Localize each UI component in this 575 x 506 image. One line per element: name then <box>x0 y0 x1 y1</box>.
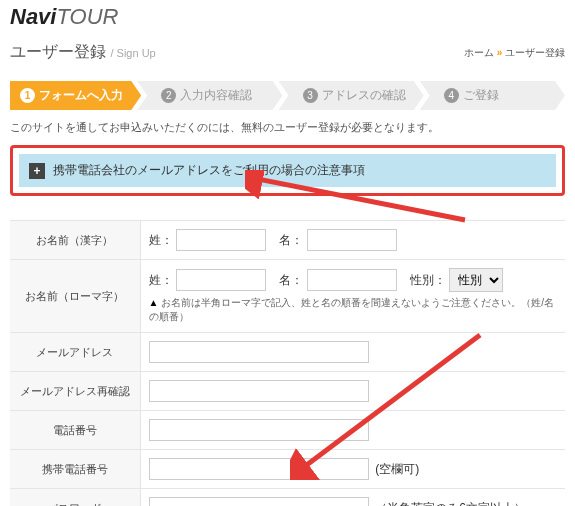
page-title-main: ユーザー登録 <box>10 43 106 60</box>
step-2-num: 2 <box>161 88 176 103</box>
breadcrumb: ホーム » ユーザー登録 <box>464 46 565 60</box>
logo-part2: TOUR <box>56 4 118 29</box>
sei-kanji-input[interactable] <box>176 229 266 251</box>
roma-hint-text: お名前は半角ローマ字で記入、姓と名の順番を間違えないようご注意ください。（姓/名… <box>149 297 554 322</box>
steps: 1フォームへ入力 2入力内容確認 3アドレスの確認 4ご登録 <box>10 81 565 110</box>
mobile-hint: (空欄可) <box>375 462 419 476</box>
label-name-roma: お名前（ローマ字） <box>10 260 140 333</box>
gender-label: 性別： <box>410 273 446 287</box>
intro-text: このサイトを通してお申込みいただくのには、無料のユーザー登録が必要となります。 <box>10 120 565 135</box>
sei-roma-input[interactable] <box>176 269 266 291</box>
mei-roma-label: 名： <box>279 273 303 287</box>
email-confirm-input[interactable] <box>149 380 369 402</box>
email-input[interactable] <box>149 341 369 363</box>
mei-roma-input[interactable] <box>307 269 397 291</box>
page-title-sub: / Sign Up <box>110 47 155 59</box>
step-2: 2入力内容確認 <box>137 81 282 110</box>
label-email2: メールアドレス再確認 <box>10 372 140 411</box>
step-4-num: 4 <box>444 88 459 103</box>
password-hint: （半角英字のみ6文字以上） <box>375 501 526 506</box>
label-password: パスワード <box>10 489 140 507</box>
label-email: メールアドレス <box>10 333 140 372</box>
logo: NaviTOUR <box>10 0 565 36</box>
plus-icon: + <box>29 163 45 179</box>
breadcrumb-current: ユーザー登録 <box>505 47 565 58</box>
label-tel: 電話番号 <box>10 411 140 450</box>
mei-kanji-input[interactable] <box>307 229 397 251</box>
logo-part1: Navi <box>10 4 56 29</box>
tel-input[interactable] <box>149 419 369 441</box>
notice-text: 携帯電話会社のメールアドレスをご利用の場合の注意事項 <box>53 162 365 179</box>
step-4: 4ご登録 <box>420 81 565 110</box>
notice-toggle[interactable]: + 携帯電話会社のメールアドレスをご利用の場合の注意事項 <box>19 154 556 187</box>
step-2-label: 入力内容確認 <box>180 88 252 102</box>
page-title: ユーザー登録 / Sign Up <box>10 42 156 63</box>
sei-label: 姓： <box>149 233 173 247</box>
signup-form: お名前（漢字） 姓： 名： お名前（ローマ字） 姓： 名： 性別： 性 <box>10 220 565 506</box>
step-1-label: フォームへ入力 <box>39 88 123 102</box>
breadcrumb-sep: » <box>497 47 503 58</box>
gender-select[interactable]: 性別 <box>449 268 503 292</box>
step-1: 1フォームへ入力 <box>10 81 141 110</box>
step-3-num: 3 <box>303 88 318 103</box>
warning-icon: ▲ <box>149 297 159 308</box>
mei-label: 名： <box>279 233 303 247</box>
password-input[interactable] <box>149 497 369 506</box>
roma-hint: ▲ お名前は半角ローマ字で記入、姓と名の順番を間違えないようご注意ください。（姓… <box>149 296 558 324</box>
step-3-label: アドレスの確認 <box>322 88 406 102</box>
step-4-label: ご登録 <box>463 88 499 102</box>
label-name-kanji: お名前（漢字） <box>10 221 140 260</box>
step-3: 3アドレスの確認 <box>279 81 424 110</box>
mobile-input[interactable] <box>149 458 369 480</box>
label-mobile: 携帯電話番号 <box>10 450 140 489</box>
sei-roma-label: 姓： <box>149 273 173 287</box>
breadcrumb-home[interactable]: ホーム <box>464 47 494 58</box>
notice-highlight-box: + 携帯電話会社のメールアドレスをご利用の場合の注意事項 <box>10 145 565 196</box>
step-1-num: 1 <box>20 88 35 103</box>
